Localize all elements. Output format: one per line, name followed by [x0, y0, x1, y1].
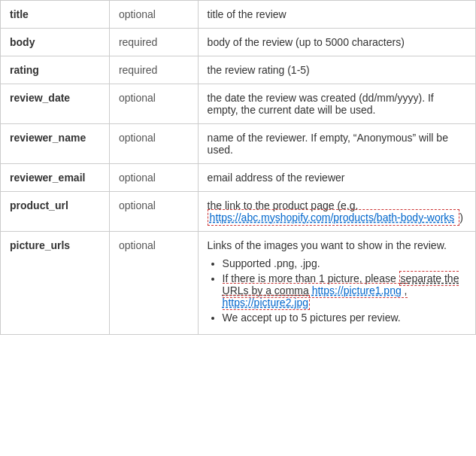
description-text: the review rating (1-5): [208, 64, 310, 76]
requirement-label: required: [119, 64, 157, 76]
table-row: title optional title of the review: [1, 1, 476, 29]
field-name: title: [10, 8, 29, 20]
field-name: review_date: [10, 92, 70, 104]
requirement-label: optional: [119, 132, 156, 144]
field-reviewer-email: reviewer_email: [1, 164, 110, 192]
description-body: body of the review (up to 5000 character…: [198, 29, 475, 56]
description-reviewer-email: email address of the reviewer: [198, 164, 475, 192]
desc-suffix: ): [459, 211, 463, 223]
table-row: reviewer_name optional name of the revie…: [1, 124, 476, 164]
table-row: review_date optional the date the review…: [1, 84, 476, 124]
description-text: title of the review: [208, 8, 287, 20]
requirement-rating: required: [109, 56, 198, 84]
bullet-3: We accept up to 5 pictures per review.: [223, 312, 401, 324]
field-title: title: [1, 1, 110, 29]
desc-intro: Links of the images you want to show in …: [208, 239, 447, 251]
requirement-label: required: [119, 36, 157, 48]
bullet-1: Supported .png, .jpg.: [223, 257, 320, 269]
description-text: body of the review (up to 5000 character…: [208, 36, 405, 48]
field-body: body: [1, 29, 110, 56]
field-name: reviewer_name: [10, 132, 86, 144]
table-row: rating required the review rating (1-5): [1, 56, 476, 84]
picture-url-link-1[interactable]: https://picture1.png: [312, 284, 402, 296]
description-text: name of the reviewer. If empty, “Anonymo…: [208, 132, 448, 156]
field-name: product_url: [10, 199, 68, 211]
requirement-label: optional: [119, 8, 156, 20]
field-name: reviewer_email: [10, 172, 85, 184]
description-text: the date the review was created (dd/mm/y…: [208, 92, 434, 116]
field-picture-urls: picture_urls: [1, 232, 110, 335]
list-item: We accept up to 5 pictures per review.: [223, 312, 466, 324]
description-picture-urls: Links of the images you want to show in …: [198, 232, 475, 335]
requirement-reviewer-name: optional: [109, 124, 198, 164]
table-row: product_url optional the link to the pro…: [1, 192, 476, 232]
description-review-date: the date the review was created (dd/mm/y…: [198, 84, 475, 124]
table-row: body required body of the review (up to …: [1, 29, 476, 56]
field-name: rating: [10, 64, 39, 76]
requirement-label: optional: [119, 199, 156, 211]
field-review-date: review_date: [1, 84, 110, 124]
requirement-product-url: optional: [109, 192, 198, 232]
list-item: If there is more than 1 picture, please …: [223, 272, 466, 309]
requirement-label: optional: [119, 172, 156, 184]
requirement-title: optional: [109, 1, 198, 29]
description-rating: the review rating (1-5): [198, 56, 475, 84]
list-item: Supported .png, .jpg.: [223, 257, 466, 269]
field-rating: rating: [1, 56, 110, 84]
field-product-url: product_url: [1, 192, 110, 232]
requirement-picture-urls: optional: [109, 232, 198, 335]
requirement-reviewer-email: optional: [109, 164, 198, 192]
description-text: email address of the reviewer: [208, 172, 345, 184]
description-title: title of the review: [198, 1, 475, 29]
field-name: picture_urls: [10, 239, 70, 251]
table-row: picture_urls optional Links of the image…: [1, 232, 476, 335]
requirement-body: required: [109, 29, 198, 56]
description-product-url: the link to the product page (e.g. https…: [198, 192, 475, 232]
requirement-label: optional: [119, 239, 156, 251]
requirement-review-date: optional: [109, 84, 198, 124]
requirement-label: optional: [119, 92, 156, 104]
picture-url-link-2[interactable]: https://picture2.jpg: [223, 296, 308, 309]
field-reviewer-name: reviewer_name: [1, 124, 110, 164]
description-reviewer-name: name of the reviewer. If empty, “Anonymo…: [198, 124, 475, 164]
picture-urls-list: Supported .png, .jpg. If there is more t…: [208, 257, 466, 324]
product-url-link[interactable]: https://abc.myshopify.com/products/bath-…: [210, 211, 455, 223]
table-row: reviewer_email optional email address of…: [1, 164, 476, 192]
field-name: body: [10, 36, 35, 48]
